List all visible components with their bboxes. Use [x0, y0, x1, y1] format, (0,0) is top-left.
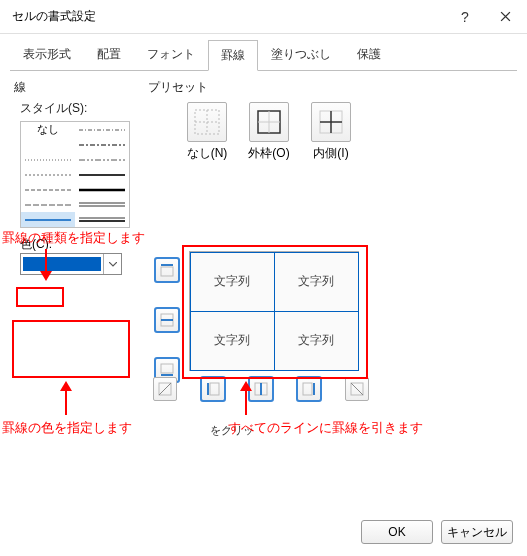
border-diag-down-button[interactable]	[345, 377, 369, 401]
svg-rect-32	[210, 383, 219, 395]
color-swatch	[23, 257, 101, 271]
line-style-option[interactable]	[79, 143, 125, 147]
line-style-list[interactable]: なし	[20, 121, 130, 228]
annotation-lines-text: すべてのラインに罫線を引きます	[228, 419, 423, 437]
line-style-option[interactable]	[25, 188, 71, 192]
line-style-option[interactable]	[25, 203, 71, 207]
svg-rect-24	[161, 267, 173, 276]
preset-inside-icon	[317, 108, 345, 136]
annotation-box	[12, 320, 130, 378]
annotation-box	[16, 287, 64, 307]
line-style-option[interactable]	[79, 188, 125, 192]
svg-line-38	[351, 383, 363, 395]
tab-fill[interactable]: 塗りつぶし	[258, 39, 344, 70]
tab-number-format[interactable]: 表示形式	[10, 39, 84, 70]
svg-rect-35	[303, 383, 312, 395]
cancel-button[interactable]: キャンセル	[441, 520, 513, 544]
tab-protection[interactable]: 保護	[344, 39, 394, 70]
line-style-option[interactable]	[25, 158, 71, 162]
border-diag-up-button[interactable]	[153, 377, 177, 401]
annotation-style-text: 罫線の種類を指定します	[2, 229, 145, 247]
tab-bar: 表示形式 配置 フォント 罫線 塗りつぶし 保護	[0, 34, 527, 70]
dialog-button-bar: OK キャンセル	[361, 520, 513, 544]
preset-group: プリセット なし(N)	[148, 79, 488, 162]
preset-outline-label: 外枠(O)	[248, 145, 289, 162]
annotation-arrow-icon	[56, 379, 76, 419]
close-button[interactable]	[485, 2, 525, 32]
svg-rect-27	[161, 364, 173, 373]
line-section-label: 線	[14, 79, 144, 96]
help-button[interactable]: ?	[445, 2, 485, 32]
preset-none-label: なし(N)	[187, 145, 228, 162]
preset-none-button[interactable]	[187, 102, 227, 142]
chevron-down-icon	[103, 254, 121, 274]
svg-line-30	[159, 383, 171, 395]
line-style-option-selected[interactable]	[25, 218, 71, 222]
tab-font[interactable]: フォント	[134, 39, 208, 70]
preset-inside-button[interactable]	[311, 102, 351, 142]
line-style-option[interactable]	[25, 173, 71, 177]
line-style-option[interactable]	[79, 202, 125, 208]
border-middle-h-button[interactable]	[155, 308, 179, 332]
preview-cell: 文字列	[274, 311, 359, 371]
border-top-button[interactable]	[155, 258, 179, 282]
ok-button[interactable]: OK	[361, 520, 433, 544]
close-icon	[500, 11, 511, 22]
line-style-option[interactable]	[79, 173, 125, 177]
border-preview[interactable]: 文字列 文字列 文字列 文字列	[189, 251, 359, 371]
preset-none-icon	[193, 108, 221, 136]
preset-outline-button[interactable]	[249, 102, 289, 142]
preset-outline-icon	[255, 108, 283, 136]
annotation-arrow-icon	[236, 379, 256, 419]
preview-cell: 文字列	[190, 311, 275, 371]
preset-inside-label: 内側(I)	[313, 145, 348, 162]
tab-border[interactable]: 罫線	[208, 40, 258, 71]
border-left-button[interactable]	[201, 377, 225, 401]
preview-cell: 文字列	[190, 252, 275, 312]
line-style-none[interactable]: なし	[37, 122, 59, 137]
annotation-arrow-icon	[36, 247, 56, 287]
tab-alignment[interactable]: 配置	[84, 39, 134, 70]
line-style-option[interactable]	[79, 158, 125, 162]
titlebar: セルの書式設定 ?	[0, 0, 527, 34]
annotation-color-text: 罫線の色を指定します	[2, 419, 132, 437]
tab-content: 線 スタイル(S): なし	[0, 71, 527, 526]
style-label: スタイル(S):	[20, 100, 144, 117]
preview-cell: 文字列	[274, 252, 359, 312]
border-right-button[interactable]	[297, 377, 321, 401]
dialog-title: セルの書式設定	[12, 8, 445, 25]
line-style-option[interactable]	[79, 217, 125, 223]
preset-section-label: プリセット	[148, 79, 488, 96]
line-style-option[interactable]	[79, 128, 125, 132]
